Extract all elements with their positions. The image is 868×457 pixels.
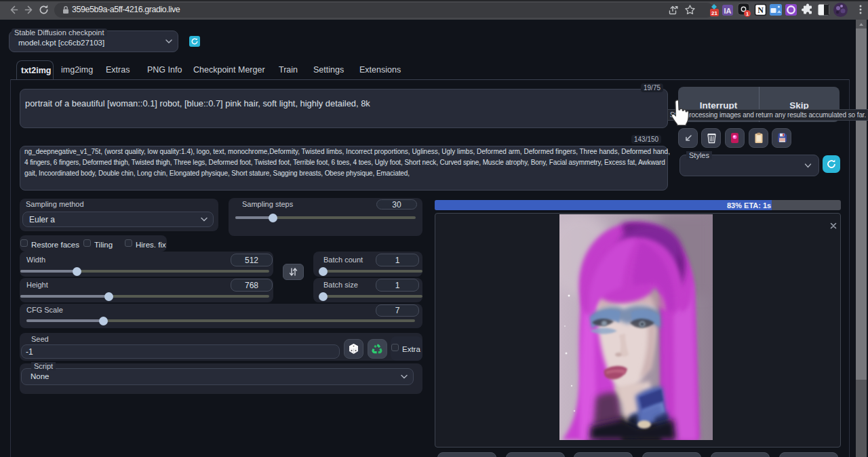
svg-text:1: 1 (746, 11, 749, 17)
svg-text:IA: IA (724, 7, 732, 15)
svg-text:N: N (757, 5, 764, 15)
svg-text:21: 21 (711, 10, 717, 16)
